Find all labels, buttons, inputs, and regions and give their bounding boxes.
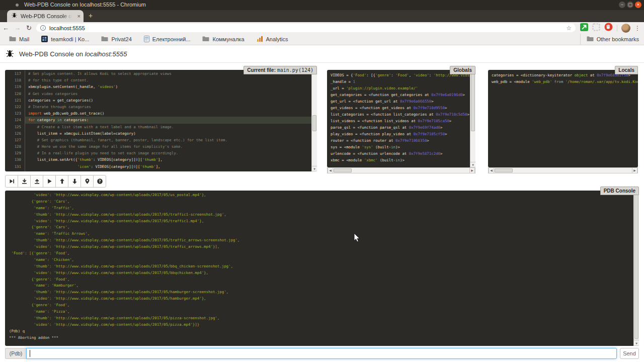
bookmark-star-icon[interactable]: ☆	[566, 25, 572, 31]
console-line: 'video': 'http://www.vidsplay.com/wp-con…	[5, 296, 639, 302]
console-line: 'name': 'Traffic Arrows',	[5, 231, 639, 237]
code-line-128: 128 # Here we use the same image for all…	[5, 143, 317, 150]
globals-line: list_videos = <function list_videos at 0…	[327, 118, 475, 124]
profile-avatar[interactable]	[621, 24, 630, 33]
bug-logo-icon	[5, 49, 15, 60]
step-forward-button[interactable]	[5, 175, 18, 188]
line-number: 121	[5, 97, 25, 104]
globals-line: router = <function router at 0x7f9e71068…	[327, 137, 475, 144]
console-line: 'name': 'Hamburger',	[5, 283, 639, 289]
globals-horizontal-scrollbar[interactable]: ◀ ▶	[327, 167, 475, 173]
new-tab-button[interactable]: +	[87, 12, 95, 20]
bookmark-teamkodi-ko-[interactable]: teamkodi | Ko...	[41, 36, 89, 43]
bookmark--[interactable]: Електронний...	[144, 36, 191, 43]
tab-title: Web-PDB Console on loca	[21, 13, 72, 19]
globals-line: sys = <module 'sys' (built-in)>	[327, 144, 475, 150]
reload-icon[interactable]: ↻	[23, 22, 35, 34]
folder-icon	[9, 36, 16, 43]
browser-window: Web-PDB Console on localhost:5555 - Chro…	[0, 0, 644, 362]
pdb-console-chip: PDB Console	[600, 187, 639, 195]
bookmark-label: Privat24	[111, 36, 131, 42]
console-vertical-scrollbar[interactable]: ▼	[633, 191, 639, 346]
up-button[interactable]	[55, 175, 68, 188]
line-number: 123	[5, 110, 25, 117]
maximize-button[interactable]: ▢	[627, 2, 633, 8]
help-icon: ?	[97, 178, 103, 185]
pdb-command-input[interactable]	[26, 348, 617, 359]
other-bookmarks-button[interactable]: Other bookmarks	[580, 34, 639, 45]
globals-line: list_categories = <function list_categor…	[327, 111, 475, 118]
code-line-123: 123import web_pdb;web_pdb.set_trace()	[5, 110, 317, 117]
tab-webpdb[interactable]: Web-PDB Console on loca ×	[7, 10, 84, 22]
console-line: 'video': 'http://www.vidsplay.com/wp-con…	[5, 244, 639, 250]
down-icon	[71, 178, 78, 185]
globals-line: play_video = <function play_video at 0x7…	[327, 131, 475, 137]
console-line: 'thumb': 'http://www.vidsplay.com/wp-con…	[5, 263, 639, 270]
globals-chip: Globals	[450, 66, 475, 74]
globals-line: _url = 'plugin://plugin.video.example/'	[327, 85, 475, 92]
console-line: 'name': 'Pizza',	[5, 309, 639, 315]
globals-line: xbmc = <module 'xbmc' (built-in)>	[327, 157, 475, 163]
address-bar[interactable]: i localhost:5555 ☆	[36, 24, 576, 32]
console-line: 'video': 'http://www.vidsplay.com/wp-con…	[5, 192, 639, 199]
current-file-panel: Current file: main.py(124) 117# Set plug…	[5, 66, 317, 171]
command-row: (Pdb) Send	[5, 348, 639, 359]
extension-disabled-icon[interactable]	[592, 23, 600, 33]
window-titlebar[interactable]: Web-PDB Console on localhost:5555 - Chro…	[0, 0, 644, 10]
globals-vertical-scrollbar[interactable]: ▼	[470, 70, 475, 167]
where-button[interactable]	[80, 175, 94, 188]
browser-menu-icon[interactable]: ⋮	[634, 25, 640, 31]
minimize-button[interactable]: −	[619, 2, 625, 8]
close-button[interactable]: ×	[635, 2, 641, 8]
where-icon	[84, 178, 91, 185]
adblock-extension-icon[interactable]	[604, 23, 613, 33]
step-out-icon	[34, 178, 40, 185]
bookmark-label: teamkodi | Ko...	[51, 36, 89, 42]
code-line-131: 131 'icon': VIDEOS[category][0]['thumb']…	[5, 163, 317, 170]
bookmark-analytics[interactable]: Analytics	[257, 36, 288, 43]
down-button[interactable]	[68, 175, 81, 188]
bookmark--[interactable]: Коммуналка	[202, 36, 244, 43]
step-into-icon	[21, 178, 28, 185]
window-title: Web-PDB Console on localhost:5555 - Chro…	[24, 2, 146, 8]
line-number: 129	[5, 150, 25, 156]
bookmark-mail[interactable]: Mail	[9, 36, 29, 43]
continue-button[interactable]	[43, 175, 56, 188]
code-line-125: 125 # Create a list item with a text lab…	[5, 124, 317, 130]
text-caret	[30, 350, 30, 357]
console-line: 'thumb': 'http://www.vidsplay.com/wp-con…	[5, 212, 639, 218]
site-info-icon[interactable]: i	[40, 25, 46, 31]
locals-panel: Locals categories = <dictionary-keyitera…	[488, 66, 638, 173]
debugger-toolbar: ?	[5, 175, 106, 188]
code-line-122: 122# Iterate through categories	[5, 104, 317, 110]
up-icon	[59, 178, 65, 185]
page-header: Web-PDB Console on localhost:5555	[0, 45, 644, 63]
globals-line: parse_qsl = <function parse_qsl at 0x7f9…	[327, 124, 475, 131]
folder-icon	[587, 36, 594, 43]
window-icon-dot	[16, 4, 19, 7]
step-into-button[interactable]	[18, 175, 31, 188]
line-number: 118	[5, 77, 25, 83]
send-button[interactable]: Send	[620, 348, 639, 359]
back-icon[interactable]: ←	[0, 22, 12, 34]
step-out-button[interactable]	[30, 175, 43, 188]
help-button[interactable]: ?	[93, 175, 106, 188]
extension-green-icon[interactable]	[580, 23, 588, 33]
url-text[interactable]: localhost:5555	[49, 25, 85, 31]
locals-horizontal-scrollbar[interactable]: ◀ ▶	[488, 167, 638, 173]
forward-icon[interactable]: →	[12, 22, 23, 34]
line-number: 122	[5, 104, 25, 110]
bookmarks-bar: Mailteamkodi | Ko...Privat24Електронний.…	[0, 34, 644, 45]
code-vertical-scrollbar[interactable]: ▼	[311, 70, 317, 171]
code-line-119: 119xbmcplugin.setContent(_handle, 'video…	[5, 83, 317, 90]
console-line: {'genre': 'Cars',	[5, 199, 639, 205]
tab-close-icon[interactable]: ×	[77, 14, 80, 19]
bookmark-label: Коммуналка	[212, 36, 244, 42]
globals-line: _handle = 1	[327, 78, 475, 85]
console-line: 'video': 'http://www.vidsplay.com/wp-con…	[5, 322, 639, 328]
line-number: 126	[5, 130, 25, 137]
bookmark-privat24[interactable]: Privat24	[101, 36, 131, 43]
pdb-console-panel: PDB Console 'video': 'http://www.vidspla…	[5, 187, 639, 346]
bug-favicon-icon	[11, 12, 18, 21]
globals-line: urlencode = <function urlencode at 0x7f9…	[327, 150, 475, 157]
